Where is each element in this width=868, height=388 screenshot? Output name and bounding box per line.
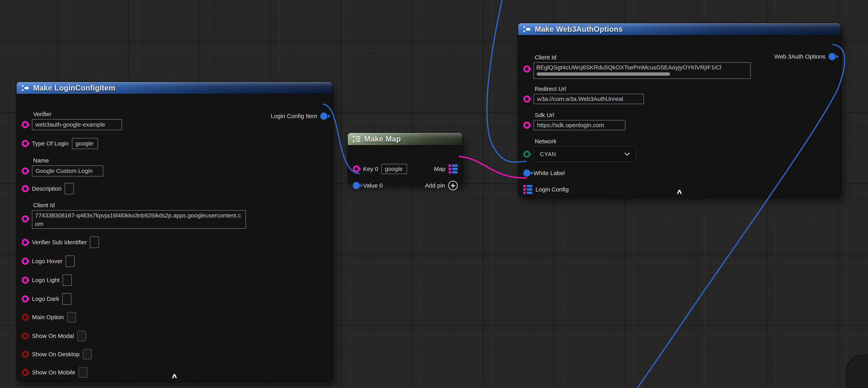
pin-group-sdk-url: Sdk Url https://sdk.openlogin.com bbox=[523, 112, 625, 130]
pin-label-client-id: Client Id bbox=[535, 54, 751, 61]
pin-label-verifier: Verifier bbox=[33, 111, 122, 118]
pin-label-name: Name bbox=[33, 157, 103, 164]
add-pin-button[interactable]: + bbox=[448, 181, 458, 190]
pin-row-logo-dark: Logo Dark bbox=[22, 293, 71, 305]
pin-main-option[interactable] bbox=[22, 314, 29, 321]
description-input[interactable] bbox=[65, 183, 74, 195]
pin-group-client-id: Client Id BEglQSgt4cUWcj6SKRdu5QkOXTsePm… bbox=[523, 54, 751, 79]
pin-label-key0: Key 0 bbox=[363, 166, 378, 172]
pin-label-show-on-modal: Show On Modal bbox=[32, 333, 74, 339]
pin-white-label[interactable] bbox=[523, 170, 530, 177]
pin-name[interactable] bbox=[22, 168, 29, 175]
plus-icon: + bbox=[451, 182, 455, 189]
collapse-node-chevron-icon[interactable]: ∧ bbox=[676, 188, 683, 195]
main-option-checkbox[interactable] bbox=[67, 312, 76, 323]
pin-group-network: Network CYAN bbox=[523, 138, 637, 162]
add-pin-label: Add pin bbox=[425, 182, 445, 189]
pin-row-key0: Key 0 google bbox=[353, 163, 407, 175]
pin-group-redirect-url: Redirect Url w3a://com.w3a.Web3AuthUnrea… bbox=[523, 86, 644, 104]
pin-label-network: Network bbox=[535, 138, 637, 145]
sdk-url-input[interactable]: https://sdk.openlogin.com bbox=[533, 120, 625, 130]
key0-input[interactable]: google bbox=[381, 164, 407, 174]
pin-row-verifier-sub-identifier: Verifier Sub Identifier bbox=[22, 237, 99, 248]
node-title: Make Web3AuthOptions bbox=[535, 25, 623, 33]
pin-client-id[interactable] bbox=[22, 215, 29, 222]
pin-value0[interactable] bbox=[353, 182, 360, 189]
pin-verifier[interactable] bbox=[22, 121, 29, 128]
add-pin-row: Add pin + bbox=[425, 180, 458, 191]
pin-redirect-url[interactable] bbox=[523, 95, 530, 102]
pin-label-redirect-url: Redirect Url bbox=[535, 86, 644, 92]
pin-logo-hover[interactable] bbox=[22, 258, 29, 265]
pin-label-map: Map bbox=[434, 166, 445, 172]
pin-label-sdk-url: Sdk Url bbox=[535, 112, 625, 118]
verifier-sub-identifier-input[interactable] bbox=[90, 237, 99, 248]
pin-label-description: Description bbox=[32, 185, 61, 192]
output-pin-label: Login Config Item bbox=[271, 113, 317, 119]
pin-row-show-on-modal: Show On Modal bbox=[22, 330, 86, 342]
pin-login-config[interactable] bbox=[523, 185, 532, 194]
pin-login-config-item-output[interactable] bbox=[320, 113, 328, 120]
pin-logo-dark[interactable] bbox=[22, 295, 29, 302]
pin-verifier-sub-identifier[interactable] bbox=[22, 239, 29, 246]
blueprint-graph-canvas[interactable]: { "colors": { "canvas_bg": "#272727", "h… bbox=[0, 0, 868, 388]
pin-show-on-desktop[interactable] bbox=[22, 351, 29, 358]
pin-row-show-on-desktop: Show On Desktop bbox=[22, 349, 92, 360]
client-id-text: BEglQSgt4cUWcj6SKRdu5QkOXTsePmMcusG5EAoy… bbox=[536, 63, 748, 71]
verifier-input[interactable]: web3auth-google-example bbox=[32, 119, 122, 130]
redirect-url-input[interactable]: w3a://com.w3a.Web3AuthUnreal bbox=[533, 94, 644, 104]
pin-description[interactable] bbox=[22, 185, 29, 192]
pin-sdk-url[interactable] bbox=[523, 122, 530, 129]
collapse-node-chevron-icon[interactable]: ∧ bbox=[171, 372, 178, 379]
pin-row-login-config-item-output: Login Config Item bbox=[271, 111, 328, 122]
pin-row-value0: Value 0 bbox=[353, 180, 383, 191]
node-make-loginconfigitem[interactable]: Make LoginConfigItem Login Config Item V… bbox=[17, 82, 332, 381]
output-pin-label: Web 3Auth Options bbox=[774, 53, 826, 60]
client-id-input[interactable]: BEglQSgt4cUWcj6SKRdu5QkOXTsePmMcusG5EAoy… bbox=[533, 62, 751, 79]
network-selected-value: CYAN bbox=[540, 151, 556, 157]
logo-light-input[interactable] bbox=[63, 274, 72, 286]
pin-show-on-mobile[interactable] bbox=[22, 369, 29, 376]
logo-dark-input[interactable] bbox=[62, 293, 71, 305]
partial-node-corner bbox=[846, 355, 868, 388]
node-make-web3authoptions[interactable]: Make Web3AuthOptions Web 3Auth Options C… bbox=[518, 23, 840, 197]
show-on-desktop-checkbox[interactable] bbox=[83, 349, 92, 360]
wire-makemap-map-to-web3auth-loginconfig[interactable] bbox=[459, 156, 527, 178]
pin-row-description: Description bbox=[22, 183, 74, 195]
pin-row-logo-light: Logo Light bbox=[22, 274, 72, 286]
pin-row-type-of-login: Type Of Login google bbox=[22, 138, 98, 149]
show-on-mobile-checkbox[interactable] bbox=[79, 367, 88, 378]
node-header-make-loginconfigitem[interactable]: Make LoginConfigItem bbox=[17, 82, 332, 94]
pin-label-type-of-login: Type Of Login bbox=[32, 140, 69, 147]
client-id-input[interactable]: 774338308167-q463s7kpvja16l4l0kko3nb925i… bbox=[32, 210, 246, 229]
pin-type-of-login[interactable] bbox=[22, 140, 29, 147]
pin-group-client-id: Client Id 774338308167-q463s7kpvja16l4l0… bbox=[22, 202, 246, 229]
node-header-make-map[interactable]: Make Map bbox=[348, 133, 462, 145]
pin-label-client-id: Client Id bbox=[33, 202, 246, 209]
pin-row-web3auth-options-output: Web 3Auth Options bbox=[774, 51, 836, 62]
network-dropdown[interactable]: CYAN bbox=[533, 146, 637, 162]
pin-label-value0: Value 0 bbox=[363, 182, 383, 189]
pin-row-map-output: Map bbox=[434, 163, 458, 175]
node-make-map[interactable]: Make Map Key 0 google Map Value 0 Add pi… bbox=[348, 133, 462, 184]
pin-row-white-label: White Label bbox=[523, 168, 565, 179]
logo-hover-input[interactable] bbox=[66, 256, 75, 267]
make-struct-icon bbox=[21, 84, 30, 92]
pin-label-white-label: White Label bbox=[533, 170, 565, 176]
show-on-modal-checkbox[interactable] bbox=[77, 331, 86, 341]
type-of-login-input[interactable]: google bbox=[72, 138, 98, 149]
pin-client-id[interactable] bbox=[523, 65, 530, 72]
pin-label-show-on-mobile: Show On Mobile bbox=[32, 369, 75, 376]
node-title: Make LoginConfigItem bbox=[33, 84, 115, 92]
pin-web3auth-options-output[interactable] bbox=[829, 53, 836, 60]
pin-map-output[interactable] bbox=[448, 165, 458, 174]
name-input[interactable]: Google Custom Login bbox=[32, 166, 103, 176]
pin-show-on-modal[interactable] bbox=[22, 332, 29, 339]
pin-group-verifier: Verifier web3auth-google-example bbox=[22, 111, 122, 130]
pin-network[interactable] bbox=[523, 151, 530, 158]
node-header-make-web3authoptions[interactable]: Make Web3AuthOptions bbox=[518, 23, 840, 35]
pin-label-show-on-desktop: Show On Desktop bbox=[32, 351, 80, 358]
client-id-horizontal-scrollbar[interactable] bbox=[537, 72, 670, 76]
pin-label-logo-light: Logo Light bbox=[32, 277, 60, 283]
pin-logo-light[interactable] bbox=[22, 277, 29, 284]
